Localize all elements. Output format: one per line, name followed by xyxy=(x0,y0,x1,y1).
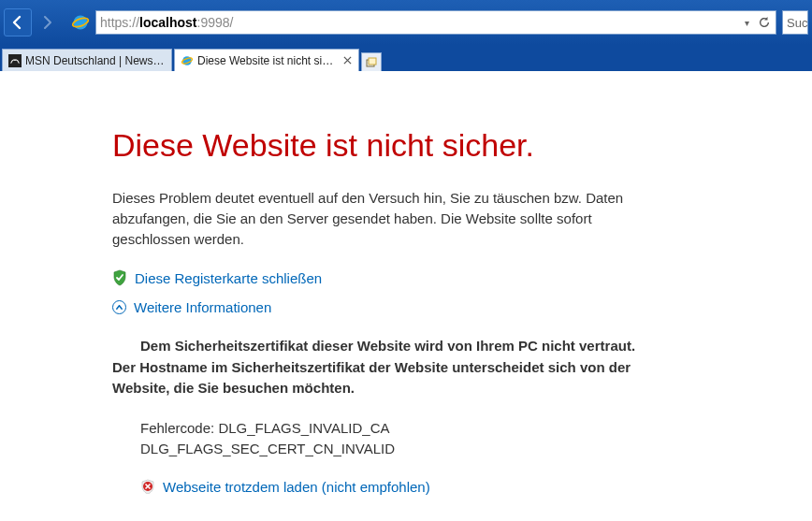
collapse-toggle[interactable] xyxy=(112,300,126,314)
detail-line-1: Dem Sicherheitszertifikat dieser Website… xyxy=(140,336,674,357)
error-description: Dieses Problem deutet eventuell auf den … xyxy=(112,188,674,249)
shield-check-icon xyxy=(112,269,127,286)
error-codes: Fehlercode: DLG_FLAGS_INVALID_CA DLG_FLA… xyxy=(112,418,674,460)
url-host: localhost xyxy=(139,15,196,30)
new-tab-button[interactable] xyxy=(361,52,382,71)
msn-favicon-icon xyxy=(8,54,22,67)
page-title: Diese Website ist nicht sicher. xyxy=(112,127,674,164)
close-icon xyxy=(343,56,352,65)
search-box[interactable]: Such xyxy=(782,10,808,35)
new-tab-icon xyxy=(366,57,377,68)
search-placeholder: Such xyxy=(787,16,808,30)
tab-label: Diese Website ist nicht sicher. xyxy=(197,54,338,67)
error-code-2: DLG_FLAGS_SEC_CERT_CN_INVALID xyxy=(140,439,674,460)
close-tab-row: Diese Registerkarte schließen xyxy=(112,269,674,286)
proceed-link[interactable]: Webseite trotzdem laden (nicht empfohlen… xyxy=(163,479,430,495)
forward-button[interactable] xyxy=(34,8,62,36)
refresh-button[interactable] xyxy=(757,15,772,30)
ie-logo-icon xyxy=(71,13,90,32)
arrow-right-icon xyxy=(40,15,55,30)
tab-close-button[interactable] xyxy=(341,55,353,66)
certificate-details: Dem Sicherheitszertifikat dieser Website… xyxy=(112,336,674,399)
svg-rect-6 xyxy=(369,58,376,65)
tab-certificate-error[interactable]: Diese Website ist nicht sicher. xyxy=(174,49,359,71)
arrow-left-icon xyxy=(9,14,26,31)
refresh-icon xyxy=(758,16,771,29)
address-bar[interactable]: https://localhost:9998/ ▾ xyxy=(95,10,776,35)
chevron-up-icon xyxy=(115,303,123,311)
more-info-link[interactable]: Weitere Informationen xyxy=(134,299,271,315)
address-dropdown-icon[interactable]: ▾ xyxy=(745,18,749,28)
error-page: Diese Website ist nicht sicher. Dieses P… xyxy=(0,71,674,495)
more-info-row: Weitere Informationen xyxy=(112,299,674,315)
tab-label: MSN Deutschland | News, Wet... xyxy=(25,54,166,67)
proceed-row: Webseite trotzdem laden (nicht empfohlen… xyxy=(112,479,674,495)
close-tab-link[interactable]: Diese Registerkarte schließen xyxy=(135,270,322,286)
detail-line-2: Der Hostname im Sicherheitszertifikat de… xyxy=(112,357,674,399)
tab-strip: MSN Deutschland | News, Wet... Diese Web… xyxy=(0,45,812,71)
error-code-1: DLG_FLAGS_INVALID_CA xyxy=(218,420,389,436)
url-rest: :9998/ xyxy=(197,15,234,30)
tab-msn[interactable]: MSN Deutschland | News, Wet... xyxy=(2,49,172,71)
ie-favicon-icon xyxy=(181,54,194,67)
back-button[interactable] xyxy=(4,8,32,36)
shield-error-icon xyxy=(140,479,155,494)
url-protocol: https:// xyxy=(100,15,139,30)
error-code-label: Fehlercode: xyxy=(140,420,218,436)
browser-toolbar: https://localhost:9998/ ▾ Such xyxy=(0,0,812,45)
